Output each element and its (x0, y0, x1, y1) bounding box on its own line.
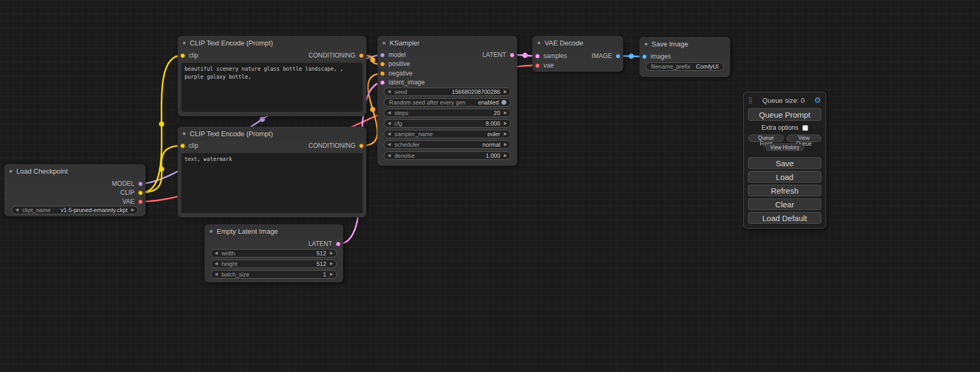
output-slot-image[interactable]: IMAGE (591, 52, 620, 60)
extra-options-checkbox[interactable] (802, 125, 808, 131)
slot-dot-latent[interactable] (510, 53, 515, 58)
output-slot-latent[interactable]: LATENT (482, 51, 515, 59)
decrement-arrow-icon[interactable]: ◀ (387, 132, 391, 136)
positive-prompt-input[interactable]: beautiful scenery nature glass bottle la… (181, 63, 363, 112)
increment-arrow-icon[interactable]: ▶ (504, 154, 507, 158)
slot-dot-conditioning[interactable] (380, 62, 385, 66)
toggle-knob-icon[interactable] (501, 100, 507, 105)
node-titlebar[interactable]: CLIP Text Encode (Prompt) (178, 36, 366, 50)
collapse-dot-icon[interactable] (645, 43, 647, 45)
view-queue-button[interactable]: View Queue (787, 135, 821, 142)
load-button[interactable]: Load (748, 171, 821, 183)
save-button[interactable]: Save (748, 157, 821, 169)
slot-dot-latent[interactable] (535, 54, 540, 59)
node-titlebar[interactable]: Load Checkpoint (4, 164, 145, 178)
increment-arrow-icon[interactable]: ▶ (504, 121, 507, 126)
steps-widget[interactable]: ◀ steps 20 ▶ (384, 109, 511, 117)
output-slot-conditioning[interactable]: CONDITIONING (308, 142, 364, 149)
increment-arrow-icon[interactable]: ▶ (504, 132, 507, 136)
collapse-dot-icon[interactable] (183, 132, 186, 135)
queue-front-button[interactable]: Queue Front (748, 135, 784, 142)
node-titlebar[interactable]: Save Image (639, 37, 730, 51)
width-widget[interactable]: ◀ width 512 ▶ (211, 249, 337, 257)
refresh-button[interactable]: Refresh (748, 185, 821, 196)
slot-dot-latent[interactable] (336, 242, 341, 246)
decrement-arrow-icon[interactable]: ◀ (15, 208, 18, 212)
input-slot-vae[interactable]: vae (535, 62, 554, 69)
increment-arrow-icon[interactable]: ▶ (504, 142, 507, 147)
increment-arrow-icon[interactable]: ▶ (504, 90, 507, 94)
slot-dot-conditioning[interactable] (380, 71, 385, 76)
decrement-arrow-icon[interactable]: ◀ (387, 142, 391, 147)
slot-dot-vae[interactable] (138, 199, 143, 204)
scheduler-widget[interactable]: ◀ scheduler normal ▶ (384, 140, 511, 149)
height-widget[interactable]: ◀ height 512 ▶ (211, 260, 337, 268)
denoise-widget[interactable]: ◀ denoise 1.000 ▶ (384, 151, 511, 160)
increment-arrow-icon[interactable]: ▶ (330, 251, 333, 255)
cfg-widget[interactable]: ◀ cfg 8.000 ▶ (384, 119, 511, 128)
decrement-arrow-icon[interactable]: ◀ (387, 111, 391, 115)
filename-prefix-widget[interactable]: filename_prefix ComfyUI (646, 62, 724, 71)
load-default-button[interactable]: Load Default (748, 212, 821, 224)
slot-dot-clip[interactable] (180, 53, 185, 58)
collapse-dot-icon[interactable] (183, 42, 186, 44)
slot-dot-model[interactable] (138, 182, 143, 186)
queue-prompt-button[interactable]: Queue Prompt (748, 108, 821, 121)
decrement-arrow-icon[interactable]: ◀ (387, 90, 391, 94)
input-slot-latent-image[interactable]: latent_image (380, 79, 425, 86)
ckpt-name-widget[interactable]: ◀ ckpt_name v1-5-pruned-emaonly.ckpt ▶ (12, 206, 138, 214)
input-slot-positive[interactable]: positive (380, 60, 410, 68)
slot-dot-clip[interactable] (138, 190, 143, 195)
slot-dot-clip[interactable] (180, 144, 185, 148)
decrement-arrow-icon[interactable]: ◀ (387, 154, 391, 158)
output-slot-latent[interactable]: LATENT (308, 240, 341, 247)
node-empty-latent-image[interactable]: Empty Latent Image LATENT ◀ width 512 ▶ … (205, 224, 343, 282)
node-load-checkpoint[interactable]: Load Checkpoint MODEL CLIP VAE ◀ ckpt_na… (4, 164, 145, 216)
seed-widget[interactable]: ◀ seed 156680208700286 ▶ (384, 88, 511, 96)
collapse-dot-icon[interactable] (538, 42, 540, 44)
output-slot-clip[interactable]: CLIP (120, 189, 143, 196)
node-vae-decode[interactable]: VAE Decode samples vae IMAGE (532, 36, 623, 72)
decrement-arrow-icon[interactable]: ◀ (215, 272, 218, 276)
decrement-arrow-icon[interactable]: ◀ (215, 251, 218, 255)
negative-prompt-input[interactable]: text, watermark (181, 153, 363, 213)
slot-dot-latent[interactable] (380, 80, 385, 85)
output-slot-vae[interactable]: VAE (122, 198, 143, 205)
collapse-dot-icon[interactable] (9, 170, 12, 173)
input-slot-samples[interactable]: samples (535, 52, 567, 60)
clear-button[interactable]: Clear (748, 198, 821, 210)
increment-arrow-icon[interactable]: ▶ (330, 272, 333, 276)
node-graph-canvas[interactable]: Load Checkpoint MODEL CLIP VAE ◀ ckpt_na… (0, 0, 980, 372)
slot-dot-conditioning[interactable] (359, 144, 364, 148)
decrement-arrow-icon[interactable]: ◀ (387, 121, 391, 126)
drag-handle-icon[interactable]: ⣿ (748, 97, 753, 104)
node-clip-text-encode-positive[interactable]: CLIP Text Encode (Prompt) clip CONDITION… (178, 36, 366, 116)
node-titlebar[interactable]: VAE Decode (532, 36, 623, 50)
random-seed-toggle-widget[interactable]: Random seed after every gen enabled (384, 98, 511, 107)
node-clip-text-encode-negative[interactable]: CLIP Text Encode (Prompt) clip CONDITION… (178, 127, 366, 217)
input-slot-clip[interactable]: clip (180, 52, 198, 59)
slot-dot-image[interactable] (616, 54, 620, 59)
increment-arrow-icon[interactable]: ▶ (131, 208, 134, 212)
view-history-button[interactable]: View History (765, 144, 804, 151)
increment-arrow-icon[interactable]: ▶ (504, 111, 507, 115)
input-slot-model[interactable]: model (380, 51, 406, 59)
slot-dot-vae[interactable] (535, 63, 540, 68)
node-titlebar[interactable]: CLIP Text Encode (Prompt) (178, 127, 366, 140)
collapse-dot-icon[interactable] (383, 42, 385, 44)
node-titlebar[interactable]: KSampler (377, 36, 517, 50)
node-titlebar[interactable]: Empty Latent Image (205, 224, 343, 238)
input-slot-negative[interactable]: negative (380, 70, 412, 77)
slot-dot-conditioning[interactable] (359, 53, 364, 58)
slot-dot-image[interactable] (642, 54, 647, 59)
output-slot-model[interactable]: MODEL (112, 180, 143, 187)
sampler-name-widget[interactable]: ◀ sampler_name euler ▶ (384, 130, 511, 138)
output-slot-conditioning[interactable]: CONDITIONING (308, 52, 364, 59)
collapse-dot-icon[interactable] (210, 230, 212, 233)
node-ksampler[interactable]: KSampler model positive negative latent_… (377, 36, 517, 166)
settings-gear-icon[interactable]: ⚙ (814, 96, 821, 105)
slot-dot-model[interactable] (380, 53, 385, 58)
batch-size-widget[interactable]: ◀ batch_size 1 ▶ (211, 270, 337, 279)
decrement-arrow-icon[interactable]: ◀ (215, 262, 218, 266)
input-slot-clip[interactable]: clip (180, 142, 198, 149)
